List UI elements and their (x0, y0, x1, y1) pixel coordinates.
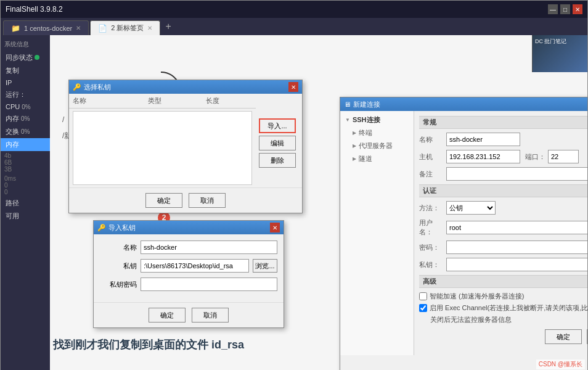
conn-tree-tunnel-label: 隧道 (359, 154, 372, 163)
sync-status-dot (35, 55, 39, 60)
new-conn-dialog: 🖥 新建连接 ✕ ▼ SSH连接 ▶ 终端 (340, 97, 587, 370)
conn-notes-row: 备注 (419, 167, 587, 181)
conn-smart-accel-label: 智能加速 (加速海外服务器连接) (430, 292, 524, 301)
import-key-icon: 🔑 (97, 224, 106, 232)
conn-close-info-label: 关闭后无法监控服务器信息 (430, 315, 512, 324)
conn-tree-proxy[interactable]: ▶ 代理服务器 (340, 139, 414, 152)
conn-password-label: 密码： (419, 243, 444, 252)
conn-password-input[interactable] (446, 240, 587, 254)
conn-confirm-btn[interactable]: 确定 (545, 329, 582, 344)
annotation-text: 找到刚才我们复制到桌面的文件 id_rsa (53, 337, 244, 352)
conn-cancel-btn[interactable]: 取消 (587, 329, 587, 344)
route-label: 路径 (6, 199, 19, 207)
sidebar-swap: 交换 0% (1, 125, 50, 138)
sidebar-cpu: CPU 0% (1, 101, 50, 112)
tab-add-button[interactable]: + (161, 21, 174, 32)
conn-key-input[interactable] (446, 258, 587, 271)
import-key-input[interactable] (141, 259, 249, 273)
copy-label: 复制 (6, 67, 19, 74)
conn-name-label: 名称 (419, 135, 444, 144)
sidebar-sync[interactable]: 同步状态 (1, 51, 50, 64)
conn-smart-accel-checkbox[interactable] (419, 292, 427, 300)
csdn-watermark: CSDN @懂系长 (536, 360, 585, 369)
select-key-title-bar: 🔑 选择私钥 ✕ (69, 80, 302, 94)
conn-tree-proxy-label: 代理服务器 (359, 141, 393, 150)
conn-layout: ▼ SSH连接 ▶ 终端 ▶ 代理服务器 ▶ 隧 (340, 111, 587, 355)
bg-content: / /新建 DC 批门笔记 2 (50, 35, 587, 370)
import-key-row: 私钥 浏览... (100, 259, 277, 273)
sidebar-copy[interactable]: 复制 (1, 64, 50, 77)
conn-tree-terminal[interactable]: ▶ 终端 (340, 126, 414, 139)
import-cancel-btn[interactable]: 取消 (192, 308, 229, 323)
conn-username-input[interactable] (446, 221, 587, 234)
mem-label: 内存 (6, 115, 19, 122)
conn-auth-section: 认证 (419, 184, 587, 197)
conn-name-input[interactable] (446, 133, 520, 146)
conn-method-label: 方法： (419, 204, 444, 213)
import-name-label: 名称 (100, 243, 137, 252)
import-passphrase-input[interactable] (141, 278, 277, 291)
delete-key-btn[interactable]: 删除 (259, 153, 296, 168)
key-actions: 导入... 编辑 删除 (259, 118, 296, 168)
cpu-value: 0% (22, 104, 30, 110)
title-bar: FinalShell 3.9.8.2 — □ ✕ (1, 1, 587, 18)
tab-centos-docker[interactable]: 📁 1 centos-docker ✕ (3, 20, 89, 35)
conn-keepalive-row: 启用 Exec Channel(若连接上我被断开,请关闭该项,比如跳板机) (419, 303, 587, 313)
conn-keepalive-checkbox[interactable] (419, 304, 427, 312)
tab-close-icon[interactable]: ✕ (76, 25, 81, 31)
import-name-input[interactable] (141, 240, 277, 254)
conn-host-label: 主机 (419, 152, 444, 162)
select-key-dialog: 🔑 选择私钥 ✕ 名称 类型 长度 导入... 编辑 删除 (68, 80, 303, 213)
import-confirm-btn[interactable]: 确定 (149, 308, 186, 323)
close-button[interactable]: ✕ (573, 4, 582, 14)
mem-value: 0% (21, 115, 30, 122)
sidebar-mem: 内存 0% (1, 112, 50, 125)
import-key-title-bar: 🔑 导入私钥 ✕ (94, 221, 284, 234)
import-browse-btn[interactable]: 浏览... (253, 259, 277, 273)
conn-port-input[interactable] (548, 150, 579, 163)
new-conn-title-bar: 🖥 新建连接 ✕ (340, 97, 587, 111)
select-key-confirm-btn[interactable]: 确定 (145, 193, 182, 208)
sidebar-run: 运行： (1, 88, 50, 101)
new-conn-icon: 🖥 (344, 101, 351, 108)
new-conn-title: 新建连接 (353, 100, 587, 109)
tab-bar: 📁 1 centos-docker ✕ 📄 2 新标签页 ✕ + (1, 18, 587, 35)
col-name: 名称 (73, 96, 148, 105)
conn-username-row: 用户名： (419, 218, 587, 237)
conn-host-input[interactable] (446, 150, 520, 163)
conn-host-row: 主机 端口： (419, 150, 587, 163)
tab-folder-icon: 📁 (11, 24, 20, 33)
select-key-title: 选择私钥 (84, 83, 288, 92)
import-key-btn[interactable]: 导入... (259, 118, 296, 133)
sidebar-store-btn[interactable]: 内存 (1, 138, 50, 151)
conn-tree-ssh-label: SSH连接 (353, 115, 380, 125)
sidebar-section-system: 系统信息 (1, 38, 50, 51)
conn-adv-title: 高级 (419, 275, 587, 288)
conn-tree-tunnel[interactable]: ▶ 隧道 (340, 152, 414, 165)
conn-notes-input[interactable] (446, 167, 587, 181)
tab-new[interactable]: 📄 2 新标签页 ✕ (90, 20, 160, 35)
conn-method-select[interactable]: 公钥 密码 键盘交互 (446, 201, 496, 215)
tree-child-arrow3: ▶ (353, 156, 356, 162)
conn-key-label: 私钥： (419, 260, 444, 269)
select-key-close-btn[interactable]: ✕ (288, 82, 298, 92)
available-label: 可用 (6, 212, 19, 220)
edit-key-btn[interactable]: 编辑 (259, 136, 296, 150)
tree-expand-icon: ▼ (345, 117, 350, 123)
conn-name-row: 名称 (419, 133, 587, 146)
conn-advanced-section: 高级 智能加速 (加速海外服务器连接) 启用 Exec Channel(若连接上… (419, 275, 587, 324)
conn-tree-ssh[interactable]: ▼ SSH连接 (340, 113, 414, 126)
sidebar-ip: IP (1, 77, 50, 88)
conn-port-label: 端口： (525, 152, 545, 162)
tab-new-close-icon[interactable]: ✕ (147, 25, 152, 31)
col-len: 长度 (206, 96, 252, 105)
select-key-cancel-btn[interactable]: 取消 (189, 193, 226, 208)
col-type: 类型 (148, 96, 206, 105)
maximize-button[interactable]: □ (560, 4, 570, 14)
import-key-close-btn[interactable]: ✕ (270, 223, 280, 232)
run-label: 运行： (6, 91, 26, 98)
sidebar-nums: 4b 6B 3B (1, 151, 50, 174)
import-key-body: 名称 私钥 浏览... 私钥密码 (94, 234, 284, 302)
conn-close-info-row: 关闭后无法监控服务器信息 (419, 315, 587, 324)
minimize-button[interactable]: — (548, 4, 558, 14)
